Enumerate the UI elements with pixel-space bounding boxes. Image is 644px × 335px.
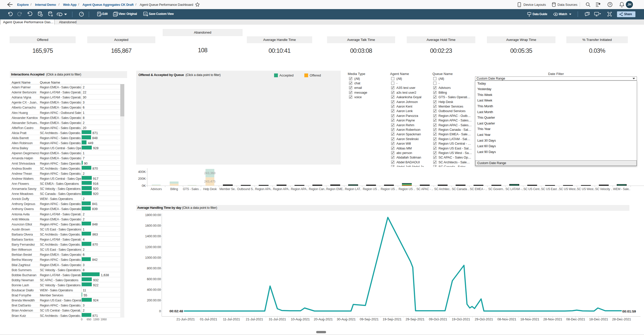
svg-text:200:00:00: 200:00:00 [147,299,161,302]
svg-text:11-Jul-2021: 11-Jul-2021 [223,317,240,321]
svg-text:29-Oct-2021: 29-Oct-2021 [475,317,493,321]
svg-text:31-Jul-2021: 31-Jul-2021 [269,317,286,321]
svg-text:00:02:48: 00:02:48 [169,309,183,313]
svg-text:30-Aug-2021: 30-Aug-2021 [337,317,356,321]
svg-text:09-Oct-2021: 09-Oct-2021 [429,317,447,321]
svg-text:19-Oct-2021: 19-Oct-2021 [452,317,470,321]
svg-text:28-Dec-2021: 28-Dec-2021 [612,317,631,321]
svg-text:400:00:00: 400:00:00 [147,288,161,292]
svg-text:0: 0 [159,310,161,313]
svg-text:21-Jul-2021: 21-Jul-2021 [246,317,263,321]
svg-text:?: ? [609,3,611,6]
svg-text:08-Nov-2021: 08-Nov-2021 [497,317,516,321]
svg-text:18-Nov-2021: 18-Nov-2021 [520,317,539,321]
svg-text:09-Sep-2021: 09-Sep-2021 [360,317,378,321]
svg-text:1000:00:00: 1000:00:00 [145,256,161,260]
svg-text:29-Sep-2021: 29-Sep-2021 [405,317,424,321]
svg-text:19-Sep-2021: 19-Sep-2021 [383,317,401,321]
svg-text:10-Aug-2021: 10-Aug-2021 [291,317,310,321]
svg-text:1600:00:00: 1600:00:00 [145,224,161,227]
svg-text:28-Nov-2021: 28-Nov-2021 [543,317,562,321]
svg-text:1800:00:00: 1800:00:00 [145,213,161,217]
svg-text:08-Dec-2021: 08-Dec-2021 [566,317,585,321]
svg-text:21-Jun-2021: 21-Jun-2021 [177,317,195,321]
svg-text:01-Jul-2021: 01-Jul-2021 [200,317,217,321]
svg-text:1200:00:00: 1200:00:00 [145,245,161,249]
svg-text:1400:00:00: 1400:00:00 [145,235,161,238]
svg-text:800:00:00: 800:00:00 [147,267,161,270]
svg-text:20-Aug-2021: 20-Aug-2021 [314,317,333,321]
svg-text:600:00:00: 600:00:00 [147,277,161,281]
svg-text:18-Dec-2021: 18-Dec-2021 [589,317,608,321]
svg-text:00:01:59: 00:01:59 [622,310,636,313]
